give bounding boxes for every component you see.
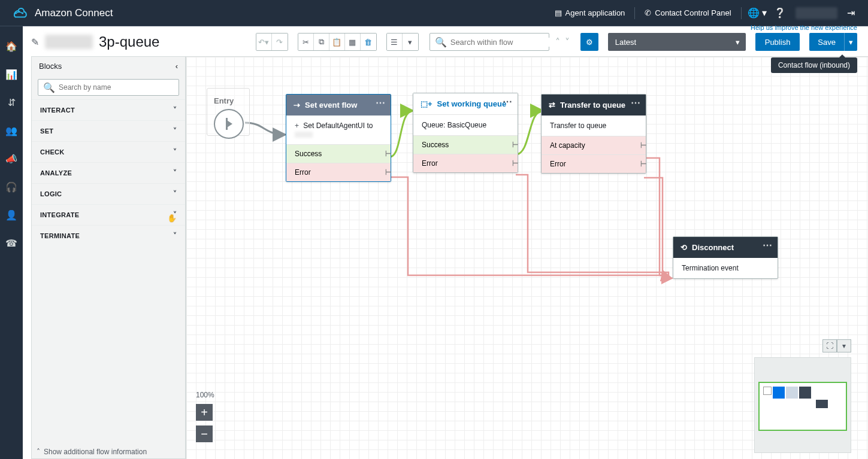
category-analyze[interactable]: ANALYZE˅ — [32, 162, 185, 183]
redo-button[interactable]: ↷ — [272, 34, 288, 50]
outlet-error[interactable]: Error⊢ — [286, 163, 391, 181]
home-icon[interactable]: 🏠 — [5, 41, 17, 52]
node-body: Transfer to queue — [542, 115, 646, 136]
search-next-icon[interactable]: ˅ — [565, 37, 570, 48]
routing-icon[interactable]: ⇵ — [8, 97, 16, 108]
search-prev-icon[interactable]: ˄ — [555, 37, 560, 48]
zoom-out-button[interactable]: − — [196, 425, 213, 442]
left-nav-rail: 🏠 📊 ⇵ 👥 📣 🎧 👤 ☎ — [0, 26, 23, 459]
transfer-icon: ⇄ — [549, 101, 555, 110]
agent-application-link[interactable]: ▤ Agent application — [548, 8, 633, 17]
version-dropdown[interactable]: Latest — [608, 33, 746, 51]
node-disconnect[interactable]: ⟲ Disconnect ⋯ Termination event — [673, 236, 778, 279]
blocks-panel: Blocks ‹ 🔍 INTERACT˅ SET˅ CHECK˅ ANALYZE… — [31, 56, 186, 459]
blocks-search-input[interactable] — [59, 83, 174, 92]
blocks-header: Blocks ‹ — [32, 57, 185, 75]
category-terminate[interactable]: TERMINATE˅ — [32, 225, 185, 246]
title-prefix-redacted — [45, 35, 93, 49]
zoom-controls: 100% + − — [196, 391, 214, 447]
headset-icon[interactable]: 🎧 — [5, 181, 17, 193]
flow-canvas[interactable]: Entry ⇢ Set event flow ⋯ + Set DefaultAg… — [186, 56, 868, 459]
redacted — [295, 132, 313, 138]
announce-icon[interactable]: 📣 — [5, 153, 17, 165]
queue-icon: ⬚+ — [421, 99, 433, 108]
search-within-flow[interactable]: 🔍 — [430, 33, 549, 51]
chevron-down-icon: ˅ — [173, 127, 177, 135]
cut-button[interactable]: ✂ — [298, 34, 314, 50]
node-set-working-queue[interactable]: ⬚+ Set working queue ⋯ Queue: BasicQueue… — [413, 93, 518, 173]
blocks-title: Blocks — [39, 62, 62, 71]
node-title: Set working queue — [437, 99, 507, 108]
chevron-up-icon: ˄ — [37, 448, 40, 456]
node-title: Set event flow — [305, 101, 357, 110]
contact-control-panel-link[interactable]: ✆ Contact Control Panel — [637, 8, 738, 17]
product-name: Amazon Connect — [35, 7, 113, 19]
entry-node[interactable]: Entry — [214, 96, 244, 139]
metrics-icon[interactable]: 📊 — [5, 69, 17, 80]
users-icon[interactable]: 👥 — [5, 125, 17, 136]
chevron-down-icon: ˅ — [173, 190, 177, 198]
collapse-panel-icon[interactable]: ‹ — [176, 62, 178, 71]
publish-button[interactable]: Publish — [755, 33, 800, 51]
outlet-success[interactable]: Success⊢ — [413, 135, 518, 154]
layout-group: ☰ ▾ — [386, 33, 419, 51]
select-all-button[interactable]: ▦ — [345, 34, 361, 50]
help-icon[interactable]: ❔ — [770, 7, 790, 19]
save-caret-button[interactable]: ▾ — [844, 33, 857, 51]
flow-type-badge: Contact flow (inbound) — [771, 57, 857, 73]
undo-button[interactable]: ↶▾ — [256, 34, 272, 50]
connect-logo-icon — [10, 6, 29, 20]
search-nav: ˄ ˅ — [555, 37, 570, 48]
category-set[interactable]: SET˅ — [32, 120, 185, 141]
divider — [634, 7, 635, 19]
node-menu-icon[interactable]: ⋯ — [503, 96, 513, 107]
save-button[interactable]: Save — [809, 33, 844, 51]
arrange-button[interactable]: ☰ — [387, 34, 403, 50]
node-body: Queue: BasicQueue — [413, 115, 518, 135]
edit-title-icon[interactable]: ✎ — [31, 37, 39, 48]
move-cursor-icon: ✋ — [167, 214, 177, 223]
logout-icon[interactable]: ⇥ — [843, 7, 858, 19]
chevron-down-icon: ˅ — [173, 106, 177, 114]
blocks-search[interactable]: 🔍 — [38, 79, 179, 96]
outlet-at-capacity[interactable]: At capacity⊢ — [542, 136, 646, 154]
node-menu-icon[interactable]: ⋯ — [631, 97, 641, 108]
minimap-viewport — [758, 382, 847, 431]
outlet-success[interactable]: Success⊢ — [286, 144, 391, 163]
chevron-down-icon: ˅ — [173, 232, 177, 240]
minimap[interactable] — [754, 357, 851, 453]
category-interact[interactable]: INTERACT˅ — [32, 99, 185, 120]
profile-icon[interactable]: 👤 — [5, 209, 17, 221]
entry-start-icon — [214, 109, 244, 139]
show-additional-info[interactable]: ˄ Show additional flow information — [37, 448, 147, 456]
outlet-error[interactable]: Error⊢ — [413, 154, 518, 172]
undo-redo-group: ↶▾ ↷ — [256, 33, 288, 51]
node-menu-icon[interactable]: ⋯ — [376, 97, 386, 108]
minimap-caret-button[interactable]: ▾ — [837, 339, 851, 352]
globe-language-icon[interactable]: 🌐 ▾ — [744, 7, 770, 19]
flow-icon: ⇢ — [294, 101, 300, 110]
arrange-caret[interactable]: ▾ — [403, 34, 418, 50]
search-input[interactable] — [450, 38, 551, 47]
additional-label: Show additional flow information — [44, 448, 147, 456]
node-menu-icon[interactable]: ⋯ — [763, 239, 773, 251]
node-title: Disconnect — [692, 243, 734, 252]
version-label: Latest — [615, 38, 636, 47]
phone-icon[interactable]: ☎ — [5, 238, 17, 249]
product-logo[interactable]: Amazon Connect — [10, 6, 113, 20]
copy-button[interactable]: ⧉ — [314, 34, 329, 50]
category-integrate[interactable]: INTEGRATE˅ — [32, 204, 185, 225]
node-set-event-flow[interactable]: ⇢ Set event flow ⋯ + Set DefaultAgentUI … — [286, 94, 391, 182]
gear-icon: ⚙ — [586, 38, 593, 47]
user-menu[interactable] — [796, 7, 837, 19]
paste-button[interactable]: 📋 — [329, 34, 345, 50]
category-check[interactable]: CHECK˅ — [32, 141, 185, 162]
outlet-error[interactable]: Error⊢ — [542, 154, 646, 173]
settings-button[interactable]: ⚙ — [580, 33, 598, 51]
category-logic[interactable]: LOGIC˅ — [32, 183, 185, 204]
search-icon: 🔍 — [435, 37, 447, 48]
delete-button[interactable]: 🗑 — [361, 34, 376, 50]
fit-view-button[interactable]: ⛶ — [822, 339, 837, 352]
zoom-in-button[interactable]: + — [196, 404, 213, 421]
node-transfer-to-queue[interactable]: ⇄ Transfer to queue ⋯ Transfer to queue … — [541, 94, 646, 174]
